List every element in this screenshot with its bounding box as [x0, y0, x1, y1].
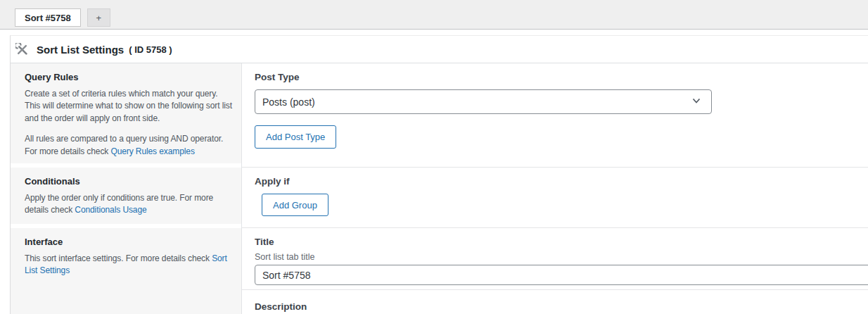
post-type-select[interactable]: Posts (post) — [255, 89, 712, 114]
title-label: Title — [255, 237, 868, 247]
chevron-down-icon — [691, 95, 702, 108]
description-label: Description — [255, 301, 868, 312]
sidebar-heading-conditionals: Conditionals — [25, 176, 234, 187]
tab-sort-5758[interactable]: Sort #5758 — [15, 8, 81, 27]
sidebar-text: All rules are compared to a query using … — [25, 133, 234, 158]
title-input[interactable] — [255, 265, 868, 285]
query-rules-examples-link[interactable]: Query Rules examples — [110, 146, 194, 156]
conditionals-usage-link[interactable]: Conditionals Usage — [75, 205, 146, 215]
add-group-button[interactable]: Add Group — [262, 194, 328, 216]
row-conditionals: Conditionals Apply the order only if con… — [11, 168, 868, 228]
add-tab-button[interactable]: + — [87, 8, 110, 27]
settings-panel: Sort List Settings ( ID 5758 ) Query Rul… — [10, 35, 868, 314]
tab-label: Sort #5758 — [25, 13, 71, 23]
page-title: Sort List Settings — [37, 44, 124, 56]
post-type-field-group: Post Type Posts (post) Add Post Type — [242, 63, 868, 168]
post-type-label: Post Type — [255, 72, 868, 82]
sidebar-text: This sort interface settings. For more d… — [25, 253, 234, 277]
sidebar-heading-interface: Interface — [25, 237, 234, 247]
sidebar-section-query-rules: Query Rules Create a set of criteria rul… — [11, 63, 242, 168]
apply-if-field-group: Apply if Add Group — [242, 168, 868, 228]
row-query-rules: Query Rules Create a set of criteria rul… — [11, 63, 868, 168]
sidebar-section-conditionals: Conditionals Apply the order only if con… — [11, 168, 242, 228]
sidebar-text-part: This sort interface settings. For more d… — [25, 253, 212, 263]
post-type-selected-value: Posts (post) — [262, 96, 315, 108]
field-divider — [242, 289, 868, 290]
page-title-id: ( ID 5758 ) — [129, 44, 172, 55]
sidebar-text: Create a set of criteria rules which mat… — [25, 88, 234, 125]
title-hint: Sort list tab title — [255, 252, 868, 262]
plus-icon: + — [96, 13, 101, 23]
settings-body: Query Rules Create a set of criteria rul… — [11, 63, 868, 314]
sidebar-section-interface: Interface This sort interface settings. … — [11, 228, 242, 314]
tools-icon — [15, 43, 29, 56]
panel-header: Sort List Settings ( ID 5758 ) — [11, 36, 868, 63]
add-post-type-button[interactable]: Add Post Type — [255, 125, 336, 149]
interface-field-group: Title Sort list tab title Description — [242, 228, 868, 314]
row-interface: Interface This sort interface settings. … — [11, 228, 868, 314]
apply-if-label: Apply if — [255, 176, 868, 187]
tab-strip: Sort #5758 + — [0, 0, 868, 30]
sidebar-text: Apply the order only if conditions are t… — [25, 192, 234, 217]
sidebar-heading-query-rules: Query Rules — [25, 72, 234, 82]
